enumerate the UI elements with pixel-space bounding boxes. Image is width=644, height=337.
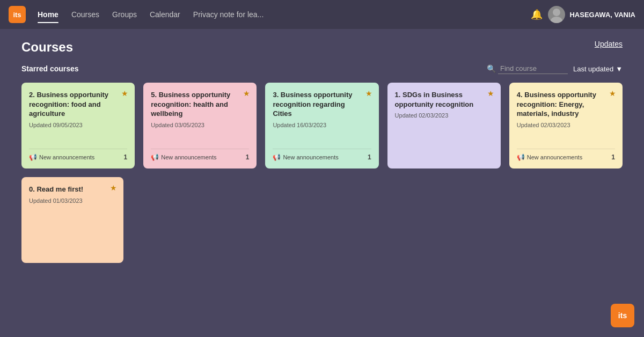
nav-privacy[interactable]: Privacy note for lea... — [188, 7, 269, 22]
bottom-logo: its — [611, 304, 634, 327]
star-icon[interactable]: ★ — [110, 184, 117, 192]
svg-point-1 — [551, 17, 562, 23]
card-title: 0. Read me first! — [29, 185, 105, 194]
announcement-label: New announcements — [161, 154, 216, 160]
filter-row: Starred courses 🔍 Last updated ▼ — [21, 63, 623, 74]
star-icon[interactable]: ★ — [487, 89, 494, 98]
announcement-count: 1 — [124, 153, 128, 161]
star-icon[interactable]: ★ — [243, 89, 250, 98]
user-name: HASEGAWA, VANIA — [569, 11, 635, 19]
star-icon[interactable]: ★ — [365, 89, 372, 98]
cards-row-1: ★2. Business opportunity recognition: fo… — [21, 83, 623, 169]
star-icon[interactable]: ★ — [609, 89, 616, 98]
navbar: its Home Courses Groups Calendar Privacy… — [0, 0, 644, 29]
filter-right: 🔍 Last updated ▼ — [487, 63, 623, 74]
announcement-area: 📢New announcements — [151, 153, 216, 161]
sort-label: Last updated — [573, 65, 613, 73]
card-title: 4. Business opportunity recognition: Ene… — [517, 90, 604, 119]
card-updated: Updated 02/03/2023 — [517, 122, 615, 128]
announcement-count: 1 — [611, 153, 615, 161]
starred-label: Starred courses — [21, 64, 79, 73]
course-card[interactable]: ★0. Read me first!Updated 01/03/2023 — [21, 177, 123, 263]
avatar — [548, 6, 565, 23]
app-logo[interactable]: its — [9, 6, 26, 23]
course-card[interactable]: ★5. Business opportunity recognition: he… — [143, 83, 257, 169]
card-updated: Updated 02/03/2023 — [395, 112, 493, 119]
user-avatar-area[interactable]: HASEGAWA, VANIA — [548, 6, 635, 23]
course-card[interactable]: ★3. Business opportunity recognition reg… — [265, 83, 378, 169]
course-card[interactable]: ★2. Business opportunity recognition: fo… — [21, 83, 135, 169]
courses-header: Courses Updates — [21, 40, 623, 55]
nav-right: 🔔 HASEGAWA, VANIA — [531, 6, 635, 23]
nav-calendar[interactable]: Calendar — [144, 7, 186, 22]
star-icon[interactable]: ★ — [121, 89, 128, 98]
announcement-count: 1 — [368, 153, 371, 161]
search-icon: 🔍 — [487, 64, 496, 73]
card-footer: 📢New announcements1 — [151, 149, 249, 161]
announcement-label: New announcements — [39, 154, 94, 160]
cards-row-2: ★0. Read me first!Updated 01/03/2023 — [21, 177, 623, 263]
card-footer: 📢New announcements1 — [29, 149, 127, 161]
card-title: 2. Business opportunity recognition: foo… — [29, 90, 116, 119]
nav-groups[interactable]: Groups — [107, 7, 142, 22]
card-title: 1. SDGs in Business opportunity recognit… — [395, 90, 482, 109]
announcement-area: 📢New announcements — [29, 153, 94, 161]
megaphone-icon: 📢 — [151, 153, 159, 161]
card-footer: 📢New announcements1 — [517, 149, 615, 161]
card-updated: Updated 09/05/2023 — [29, 122, 127, 128]
nav-courses[interactable]: Courses — [66, 7, 105, 22]
notification-bell-icon[interactable]: 🔔 — [531, 9, 543, 20]
chevron-down-icon: ▼ — [616, 65, 623, 73]
announcement-label: New announcements — [527, 154, 582, 160]
svg-point-0 — [553, 9, 560, 16]
megaphone-icon: 📢 — [273, 153, 281, 161]
card-updated: Updated 16/03/2023 — [273, 122, 371, 128]
card-updated: Updated 03/05/2023 — [151, 122, 249, 128]
announcement-count: 1 — [246, 153, 250, 161]
card-title: 3. Business opportunity recognition rega… — [273, 90, 360, 119]
megaphone-icon: 📢 — [29, 153, 37, 161]
card-updated: Updated 01/03/2023 — [29, 197, 116, 204]
main-content: Courses Updates Starred courses 🔍 Last u… — [0, 29, 644, 337]
nav-home[interactable]: Home — [32, 7, 64, 22]
course-card[interactable]: ★1. SDGs in Business opportunity recogni… — [387, 83, 501, 169]
page-title: Courses — [21, 40, 73, 55]
search-input[interactable] — [498, 63, 568, 74]
megaphone-icon: 📢 — [517, 153, 525, 161]
announcement-area: 📢New announcements — [517, 153, 582, 161]
announcement-label: New announcements — [283, 154, 338, 160]
search-area: 🔍 — [487, 63, 568, 74]
card-footer: 📢New announcements1 — [273, 149, 371, 161]
announcement-area: 📢New announcements — [273, 153, 338, 161]
updates-link[interactable]: Updates — [595, 40, 623, 48]
card-title: 5. Business opportunity recognition: hea… — [151, 90, 238, 119]
nav-links: Home Courses Groups Calendar Privacy not… — [32, 7, 526, 22]
sort-button[interactable]: Last updated ▼ — [573, 65, 623, 73]
course-card[interactable]: ★4. Business opportunity recognition: En… — [509, 83, 623, 169]
